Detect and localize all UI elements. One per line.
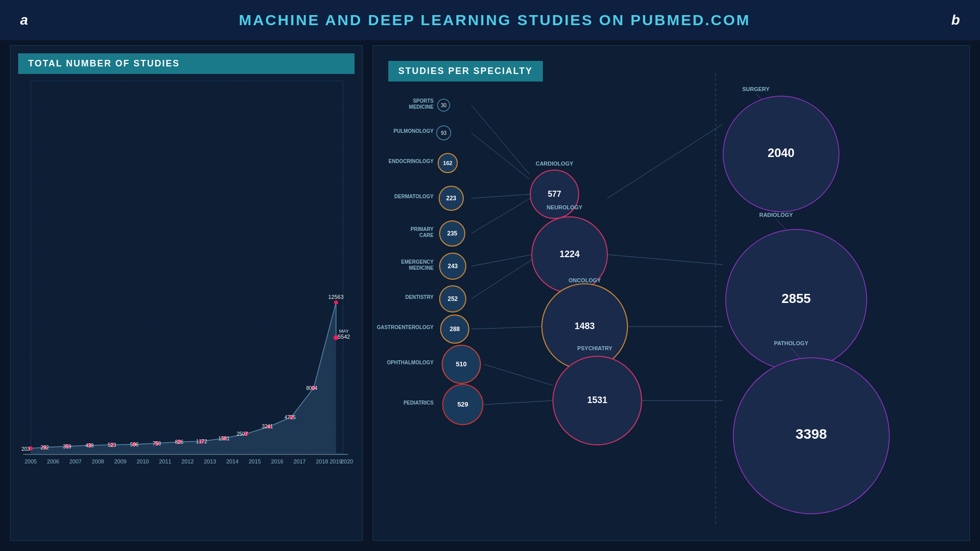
svg-text:SURGERY: SURGERY: [742, 86, 770, 92]
svg-text:EMERGENCY: EMERGENCY: [401, 259, 434, 265]
svg-line-92: [471, 198, 530, 233]
svg-text:162: 162: [443, 160, 452, 166]
svg-rect-0: [31, 81, 343, 453]
svg-line-121: [607, 255, 723, 265]
svg-text:SPORTS: SPORTS: [413, 98, 434, 104]
svg-line-120: [607, 124, 723, 198]
svg-line-96: [471, 255, 532, 266]
right-panel: STUDIES PER SPECIALTY SPORTS MEDICINE 30…: [373, 45, 970, 541]
svg-text:MEDICINE: MEDICINE: [409, 104, 434, 110]
svg-text:2009: 2009: [114, 458, 126, 464]
svg-text:203: 203: [22, 446, 30, 452]
svg-text:DENTISTRY: DENTISTRY: [405, 294, 434, 300]
svg-text:2507: 2507: [237, 431, 248, 437]
svg-text:2040: 2040: [767, 146, 794, 160]
svg-text:1581: 1581: [219, 436, 230, 441]
svg-text:2020: 2020: [341, 458, 353, 464]
svg-text:2015: 2015: [249, 458, 261, 464]
svg-text:4725: 4725: [285, 415, 296, 420]
total-studies-title: TOTAL NUMBER OF STUDIES: [28, 58, 180, 68]
svg-text:MEDICINE: MEDICINE: [409, 265, 434, 271]
svg-text:438: 438: [85, 443, 94, 448]
bubble-chart: SPORTS MEDICINE 30 PULMONOLOGY 93 ENDOCR…: [373, 73, 965, 551]
svg-text:2018: 2018: [316, 458, 328, 464]
svg-point-17: [334, 300, 338, 304]
svg-text:5542: 5542: [338, 334, 350, 340]
svg-text:1224: 1224: [559, 249, 580, 259]
svg-text:ENDOCRINOLOGY: ENDOCRINOLOGY: [389, 159, 434, 164]
svg-line-91: [471, 194, 530, 198]
svg-text:PSYCHIATRY: PSYCHIATRY: [577, 345, 612, 351]
svg-text:12563: 12563: [328, 294, 344, 300]
svg-text:252: 252: [448, 295, 458, 302]
svg-text:93: 93: [441, 130, 447, 136]
svg-line-101: [471, 327, 542, 329]
svg-text:PRIMARY: PRIMARY: [410, 226, 434, 232]
svg-text:2005: 2005: [25, 458, 37, 464]
svg-text:2017: 2017: [294, 458, 306, 464]
svg-text:1531: 1531: [587, 395, 607, 405]
svg-text:2013: 2013: [204, 458, 216, 464]
header: a MACHINE AND DEEP LEARNING STUDIES ON P…: [0, 0, 980, 40]
svg-text:DERMATOLOGY: DERMATOLOGY: [394, 194, 434, 199]
svg-text:288: 288: [450, 326, 460, 333]
svg-text:2006: 2006: [47, 458, 59, 464]
svg-text:510: 510: [456, 360, 467, 368]
svg-text:1172: 1172: [196, 439, 207, 444]
svg-text:2012: 2012: [181, 458, 193, 464]
svg-text:2855: 2855: [782, 291, 811, 306]
svg-text:523: 523: [108, 442, 116, 448]
svg-text:235: 235: [447, 230, 457, 237]
svg-text:596: 596: [130, 442, 138, 447]
svg-text:826: 826: [175, 439, 183, 445]
main-title: MACHINE AND DEEP LEARNING STUDIES ON PUB…: [38, 12, 951, 29]
svg-text:2019: 2019: [330, 458, 342, 464]
svg-text:577: 577: [548, 190, 562, 198]
svg-line-106: [484, 401, 553, 405]
label-a: a: [20, 12, 28, 28]
svg-text:3241: 3241: [262, 424, 273, 429]
svg-text:PEDIATRICS: PEDIATRICS: [403, 400, 434, 406]
svg-text:359: 359: [63, 444, 72, 449]
svg-text:RADIOLOGY: RADIOLOGY: [759, 212, 793, 218]
svg-text:292: 292: [40, 445, 49, 450]
svg-text:2007: 2007: [69, 458, 82, 464]
svg-text:NEUROLOGY: NEUROLOGY: [547, 204, 583, 210]
line-chart: 203 292 359 438 523 596 758 826 1172 158…: [16, 76, 353, 504]
svg-text:529: 529: [457, 401, 468, 408]
svg-line-112: [776, 219, 786, 229]
svg-text:8004: 8004: [306, 385, 318, 391]
svg-text:758: 758: [153, 441, 161, 446]
svg-text:243: 243: [448, 263, 458, 270]
svg-line-105: [484, 364, 553, 385]
svg-text:GASTROENTEROLOGY: GASTROENTEROLOGY: [377, 325, 434, 330]
svg-text:2011: 2011: [159, 458, 171, 464]
svg-text:PATHOLOGY: PATHOLOGY: [774, 340, 809, 346]
svg-text:2016: 2016: [271, 458, 283, 464]
svg-text:30: 30: [441, 103, 447, 108]
svg-line-97: [471, 260, 532, 299]
svg-text:MAY: MAY: [339, 329, 349, 334]
svg-text:CARDIOLOGY: CARDIOLOGY: [536, 161, 574, 167]
svg-text:CARE: CARE: [419, 232, 434, 238]
svg-text:1483: 1483: [575, 321, 595, 331]
svg-text:2008: 2008: [92, 458, 104, 464]
svg-text:2014: 2014: [226, 458, 238, 464]
left-panel-header: TOTAL NUMBER OF STUDIES: [18, 53, 355, 74]
svg-text:3398: 3398: [796, 426, 827, 442]
svg-text:223: 223: [446, 195, 456, 202]
left-panel: TOTAL NUMBER OF STUDIES: [10, 45, 363, 541]
svg-text:ONCOLOGY: ONCOLOGY: [569, 277, 601, 283]
svg-text:OPHTHALMOLOGY: OPHTHALMOLOGY: [387, 360, 434, 365]
label-b: b: [951, 12, 960, 28]
svg-text:2010: 2010: [136, 458, 149, 464]
svg-text:PULMONOLOGY: PULMONOLOGY: [394, 128, 434, 134]
